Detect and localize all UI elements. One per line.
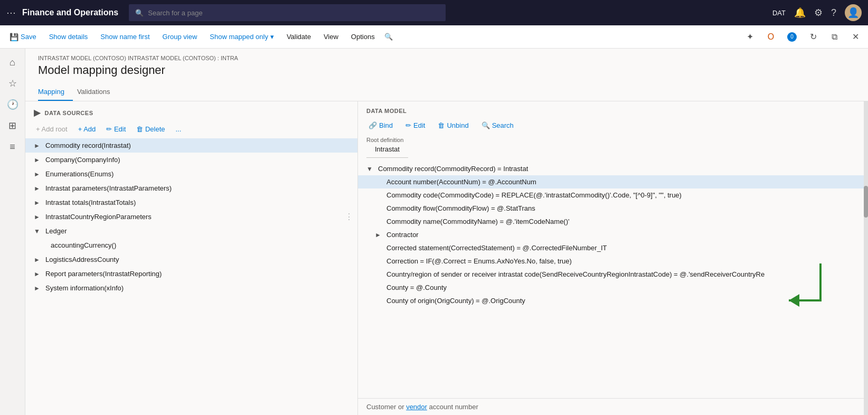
dm-list-item[interactable]: Account number(AccountNum) = @.AccountNu… [358, 175, 868, 188]
expand-icon: ► [34, 171, 42, 178]
right-panel: DATA MODEL 🔗 Bind ✏ Edit 🗑 Unbind [358, 101, 868, 415]
drag-handle: ⋮ [345, 212, 353, 222]
more-button[interactable]: ... [173, 124, 183, 134]
datamodel-actions: 🔗 Bind ✏ Edit 🗑 Unbind 🔍 Search [358, 118, 868, 135]
add-button[interactable]: + Add [76, 124, 98, 134]
list-item[interactable]: ► Report parameters(IntrastatReporting) [25, 267, 357, 281]
tab-validations[interactable]: Validations [77, 83, 119, 101]
notification-icon[interactable]: 🔔 [794, 7, 806, 18]
list-item[interactable]: ► System information(xInfo) [25, 281, 357, 295]
list-item[interactable]: accountingCurrency() [25, 238, 357, 252]
scrollbar[interactable] [864, 101, 868, 415]
tab-mapping[interactable]: Mapping [38, 83, 73, 101]
top-right: DAT 🔔 ⚙ ? 👤 [772, 4, 862, 21]
avatar[interactable]: 👤 [845, 4, 862, 21]
sidebar-workspaces-icon[interactable]: ⊞ [3, 116, 22, 135]
show-name-first-button[interactable]: Show name first [95, 31, 155, 43]
datamodel-tree: ▼ Commodity record(CommodityRecord) = In… [358, 158, 868, 398]
open-new-icon[interactable]: ⧉ [826, 29, 843, 45]
list-item[interactable]: ▼ Ledger [25, 224, 357, 238]
show-mapped-only-button[interactable]: Show mapped only ▾ [204, 31, 279, 43]
expand-icon: ► [34, 256, 42, 263]
list-item[interactable]: ► Intrastat totals(IntrastatTotals) [25, 195, 357, 210]
add-root-button[interactable]: + Add root [34, 124, 70, 134]
tabs: Mapping Validations [25, 83, 868, 101]
env-tag: DAT [772, 9, 786, 17]
save-button[interactable]: 💾 Save [4, 31, 42, 43]
expand-icon: ► [34, 185, 42, 192]
show-details-button[interactable]: Show details [44, 31, 93, 43]
dm-list-item[interactable]: ▼ Commodity record(CommodityRecord) = In… [358, 162, 868, 175]
dm-list-item[interactable]: Commodity name(CommodityName) = @.'itemC… [358, 215, 868, 228]
search-placeholder: Search for a page [148, 9, 202, 17]
sparkle-icon[interactable]: ✦ [741, 29, 758, 45]
collapse-icon[interactable]: ▶ [34, 108, 41, 118]
office-icon[interactable]: O [762, 29, 779, 45]
save-icon: 💾 [10, 33, 18, 41]
toolbar: 💾 Save Show details Show name first Grou… [0, 25, 868, 49]
list-item[interactable]: ► IntrastatCountryRegionParameters ⋮ [25, 210, 357, 224]
expand-icon: ► [34, 142, 42, 149]
edit-button[interactable]: ✏ Edit [104, 124, 128, 134]
content-area: INTRASTAT MODEL (CONTOSO) INTRASTAT MODE… [25, 49, 868, 415]
sidebar-icons: ⌂ ☆ 🕐 ⊞ ≡ [0, 49, 25, 415]
dm-search-button[interactable]: 🔍 Search [479, 120, 516, 130]
validate-button[interactable]: Validate [281, 31, 316, 43]
delete-button[interactable]: 🗑 Delete [134, 124, 167, 134]
dm-search-icon: 🔍 [482, 121, 490, 129]
settings-icon[interactable]: ⚙ [814, 7, 823, 18]
unbind-icon: 🗑 [438, 121, 445, 129]
list-item[interactable]: ► Intrastat parameters(IntrastatParamete… [25, 181, 357, 195]
dm-list-item[interactable]: Correction = IF(@.Correct = Enums.AxNoYe… [358, 254, 868, 268]
sidebar-recent-icon[interactable]: 🕐 [3, 95, 22, 114]
dm-list-item[interactable]: ► Contractor [358, 228, 868, 241]
sidebar-list-icon[interactable]: ≡ [3, 137, 22, 156]
refresh-icon[interactable]: ↻ [805, 29, 822, 45]
dm-list-item[interactable]: Commodity code(CommodityCode) = REPLACE(… [358, 188, 868, 202]
dm-list-item[interactable]: Commodity flow(CommodityFlow) = @.StatTr… [358, 202, 868, 215]
vendor-link[interactable]: vendor [406, 403, 427, 411]
expand-icon: ▼ [366, 165, 375, 173]
bind-button[interactable]: 🔗 Bind [366, 120, 395, 130]
scrollbar-thumb[interactable] [864, 186, 868, 218]
expand-icon: ► [34, 285, 42, 292]
bind-icon: 🔗 [369, 121, 377, 129]
notification-badge: 0 [787, 32, 797, 42]
expand-icon: ► [34, 156, 42, 164]
sidebar-home-icon[interactable]: ⌂ [3, 53, 22, 72]
search-icon: 🔍 [135, 9, 144, 17]
search-bar[interactable]: 🔍 Search for a page [129, 4, 446, 21]
close-icon[interactable]: ✕ [847, 29, 864, 45]
list-item[interactable]: ► LogisticsAddressCounty [25, 252, 357, 267]
view-button[interactable]: View [318, 31, 344, 43]
main-layout: ⌂ ☆ 🕐 ⊞ ≡ INTRASTAT MODEL (CONTOSO) INTR… [0, 49, 868, 415]
bottom-tooltip: Customer or vendor account number [358, 398, 868, 415]
waffle-icon[interactable]: ⋯ [6, 7, 16, 18]
dm-list-item[interactable]: Corrected statement(CorrectedStatement) … [358, 241, 868, 254]
options-button[interactable]: Options [346, 31, 380, 43]
list-item[interactable]: ► Enumerations(Enums) [25, 167, 357, 181]
expand-icon: ► [375, 231, 383, 239]
unbind-button[interactable]: 🗑 Unbind [436, 120, 470, 130]
dm-list-item[interactable]: Country/region of sender or receiver int… [358, 268, 868, 281]
top-nav: ⋯ Finance and Operations 🔍 Search for a … [0, 0, 868, 25]
list-item[interactable]: ► Commodity record(Intrastat) [25, 138, 357, 153]
sidebar-favorites-icon[interactable]: ☆ [3, 74, 22, 93]
help-icon[interactable]: ? [831, 7, 836, 18]
dm-edit-button[interactable]: ✏ Edit [403, 120, 427, 130]
dropdown-chevron-icon: ▾ [270, 33, 274, 41]
dm-list-item[interactable]: County = @.County [358, 281, 868, 294]
expand-icon: ▼ [34, 228, 42, 235]
app-title: Finance and Operations [22, 8, 118, 17]
edit-pen-icon: ✏ [405, 121, 411, 129]
expand-icon: ► [34, 270, 42, 278]
datamodel-header: DATA MODEL [358, 101, 868, 118]
group-view-button[interactable]: Group view [157, 31, 203, 43]
datasource-tree: ► Commodity record(Intrastat) ► Company(… [25, 138, 357, 415]
panel-actions: + Add root + Add ✏ Edit 🗑 Delete ... [25, 122, 357, 138]
left-panel: ▶ DATA SOURCES + Add root + Add ✏ Edit 🗑… [25, 101, 358, 415]
badge-icon[interactable]: 0 [784, 29, 800, 45]
dm-list-item[interactable]: County of origin(OrigCounty) = @.OrigCou… [358, 294, 868, 307]
list-item[interactable]: ► Company(CompanyInfo) [25, 153, 357, 167]
page-header: INTRASTAT MODEL (CONTOSO) INTRASTAT MODE… [25, 49, 868, 83]
